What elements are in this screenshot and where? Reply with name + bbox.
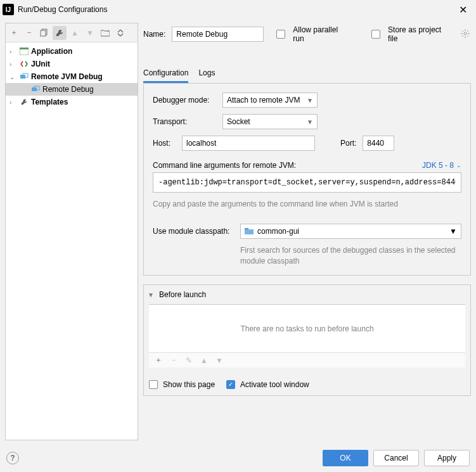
allow-parallel-label: Allow parallel run (293, 25, 350, 43)
tree-item-junit[interactable]: › JUnit (6, 58, 138, 70)
remove-icon[interactable]: － (167, 354, 181, 367)
debugger-mode-label: Debugger mode: (153, 96, 216, 105)
chevron-down-icon: ▼ (146, 291, 155, 298)
tree-item-application[interactable]: › Application (6, 45, 138, 58)
debugger-mode-row: Debugger mode: Attach to remote JVM ▼ (153, 92, 461, 108)
move-up-icon[interactable]: ▲ (197, 354, 211, 367)
before-launch-list: There are no tasks to run before launch … (149, 304, 465, 367)
cmd-args-input[interactable] (153, 172, 461, 193)
module-classpath-select[interactable]: common-gui ▼ (240, 224, 461, 239)
cmd-header-row: Command line arguments for remote JVM: J… (153, 161, 461, 170)
name-input[interactable] (172, 27, 264, 42)
svg-line-15 (467, 35, 468, 37)
debugger-mode-value: Attach to remote JVM (227, 96, 300, 105)
dialog-buttons: ? OK Cancel Apply (0, 444, 476, 472)
before-launch-checks: Show this page Activate tool window (144, 374, 470, 395)
before-launch-panel: ▼ Before launch There are no tasks to ru… (143, 284, 471, 396)
application-icon (20, 47, 29, 56)
window-title: Run/Debug Configurations (18, 5, 454, 14)
chevron-down-icon: ⌄ (456, 162, 461, 169)
jdk-version-link[interactable]: JDK 5 - 8 ⌄ (422, 161, 461, 170)
tree-toolbar: ＋ － ▲ ▼ + (6, 23, 138, 42)
show-page-checkbox[interactable] (149, 380, 158, 389)
host-port-row: Host: Port: (153, 136, 461, 151)
cmd-hint: Copy and paste the arguments to the comm… (153, 199, 461, 210)
activate-window-label: Activate tool window (240, 380, 309, 389)
svg-line-17 (467, 30, 468, 32)
apply-button[interactable]: Apply (424, 450, 470, 466)
remote-icon (20, 72, 29, 81)
module-label: Use module classpath: (153, 227, 234, 236)
tree-item-label: JUnit (31, 60, 50, 68)
svg-line-16 (462, 35, 463, 37)
ok-button[interactable]: OK (323, 450, 368, 466)
dialog-body: ＋ － ▲ ▼ + › Application › (0, 19, 476, 444)
tab-logs[interactable]: Logs (198, 65, 215, 83)
transport-value: Socket (227, 117, 250, 126)
before-launch-title: Before launch (159, 290, 206, 299)
activate-window-checkbox[interactable] (226, 380, 235, 389)
tree-item-label: Remote JVM Debug (31, 72, 103, 81)
name-label: Name: (143, 30, 165, 39)
chevron-right-icon: › (10, 99, 17, 106)
wrench-icon (20, 98, 29, 106)
folder-icon[interactable]: + (98, 26, 112, 40)
transport-row: Transport: Socket ▼ (153, 114, 461, 129)
remove-icon[interactable]: － (22, 26, 36, 40)
move-up-icon[interactable]: ▲ (68, 26, 82, 40)
junit-icon (20, 60, 29, 68)
gear-icon[interactable] (461, 29, 471, 39)
close-icon[interactable]: ✕ (454, 1, 471, 18)
chevron-right-icon: › (10, 61, 17, 68)
collapse-icon[interactable] (113, 26, 127, 40)
module-hint: First search for sources of the debugged… (240, 245, 456, 267)
titlebar: IJ Run/Debug Configurations ✕ (0, 0, 476, 19)
add-icon[interactable]: ＋ (151, 354, 165, 367)
cmd-label: Command line arguments for remote JVM: (153, 161, 296, 170)
tree-item-label: Remote Debug (42, 85, 94, 94)
tree-item-remote-debug[interactable]: Remote Debug (6, 83, 138, 96)
cancel-button[interactable]: Cancel (373, 450, 419, 466)
app-icon: IJ (3, 4, 14, 15)
chevron-right-icon: › (10, 48, 17, 55)
before-launch-toolbar: ＋ － ✎ ▲ ▼ (149, 352, 465, 367)
port-input[interactable] (363, 136, 394, 151)
host-label: Host: (153, 139, 176, 148)
before-launch-header[interactable]: ▼ Before launch (144, 285, 470, 304)
help-icon[interactable]: ? (6, 452, 19, 464)
port-label: Port: (340, 139, 356, 148)
jdk-version-text: JDK 5 - 8 (422, 161, 454, 170)
svg-point-9 (464, 32, 466, 35)
copy-icon[interactable] (37, 26, 51, 40)
add-icon[interactable]: ＋ (7, 26, 21, 40)
debugger-mode-select[interactable]: Attach to remote JVM ▼ (222, 92, 318, 108)
right-panel: Name: Allow parallel run Store as projec… (143, 23, 471, 440)
chevron-down-icon: ⌄ (10, 73, 17, 80)
show-page-label: Show this page (163, 380, 215, 389)
wrench-icon[interactable] (53, 26, 67, 40)
tab-configuration[interactable]: Configuration (143, 65, 188, 83)
chevron-down-icon: ▼ (307, 97, 313, 104)
edit-icon[interactable]: ✎ (182, 354, 196, 367)
svg-rect-1 (41, 30, 46, 36)
tabs: Configuration Logs (143, 65, 471, 84)
config-tree: › Application › JUnit ⌄ Remote JVM Debug… (6, 42, 138, 440)
chevron-down-icon: ▼ (307, 118, 313, 125)
name-row: Name: Allow parallel run Store as projec… (143, 23, 471, 46)
host-input[interactable] (182, 136, 315, 151)
transport-select[interactable]: Socket ▼ (222, 114, 318, 129)
configuration-panel: Debugger mode: Attach to remote JVM ▼ Tr… (143, 84, 471, 276)
module-row: Use module classpath: common-gui ▼ (153, 224, 461, 239)
tree-item-templates[interactable]: › Templates (6, 96, 138, 108)
tree-item-remote-jvm[interactable]: ⌄ Remote JVM Debug (6, 70, 138, 83)
transport-label: Transport: (153, 117, 216, 126)
move-down-icon[interactable]: ▼ (83, 26, 97, 40)
chevron-down-icon: ▼ (449, 227, 457, 236)
config-tree-panel: ＋ － ▲ ▼ + › Application › (5, 23, 138, 440)
move-down-icon[interactable]: ▼ (212, 354, 226, 367)
store-project-checkbox[interactable] (371, 30, 380, 39)
svg-rect-18 (245, 228, 248, 229)
allow-parallel-checkbox[interactable] (276, 30, 285, 39)
folder-icon (245, 227, 254, 235)
svg-text:+: + (107, 29, 110, 32)
